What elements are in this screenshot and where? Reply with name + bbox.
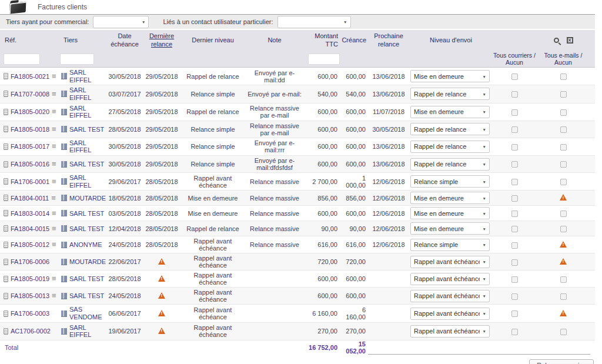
document-icon[interactable] (4, 178, 8, 185)
tiers-link[interactable]: SARL TEST (69, 225, 104, 233)
invoice-ref-link[interactable]: FA1706-0006 (11, 258, 49, 265)
niveau-envoi-select[interactable]: Mise en demeure (410, 222, 490, 235)
tiers-link[interactable]: SARL EIFFEL (69, 324, 105, 339)
invoice-ref-link[interactable]: FA1803-0014 (11, 210, 49, 217)
document-icon[interactable] (4, 225, 8, 232)
tiers-filter-input[interactable] (60, 54, 94, 65)
invoice-ref-link[interactable]: FA1706-0003 (11, 310, 49, 317)
tiers-link[interactable]: SARL TEST (69, 210, 104, 218)
invoice-ref-link[interactable]: FA1805-0019 (11, 275, 49, 282)
col-header-montant[interactable]: Montant TTC (303, 31, 340, 49)
row-menu-icon[interactable]: ≡ (52, 143, 56, 149)
courrier-checkbox[interactable] (511, 161, 518, 168)
row-menu-icon[interactable]: ≡ (52, 293, 56, 299)
toggle-all-courriers[interactable]: Tous courriers / Aucun (493, 52, 536, 66)
email-checkbox[interactable] (560, 226, 567, 232)
courrier-checkbox[interactable] (511, 259, 518, 266)
tiers-link[interactable]: ANONYME (69, 241, 102, 249)
document-icon[interactable] (4, 126, 8, 132)
courrier-checkbox[interactable] (511, 195, 518, 202)
email-checkbox[interactable] (560, 109, 567, 116)
document-icon[interactable] (4, 195, 8, 201)
niveau-envoi-select[interactable]: Mise en demeure (410, 192, 490, 204)
email-checkbox[interactable] (560, 74, 567, 80)
niveau-envoi-select[interactable]: Mise en demeure (410, 207, 490, 219)
email-checkbox[interactable] (560, 144, 567, 151)
courrier-checkbox[interactable] (511, 91, 518, 98)
email-checkbox[interactable] (560, 211, 567, 217)
courrier-checkbox[interactable] (511, 144, 518, 151)
invoice-ref-link[interactable]: AC1706-0002 (11, 328, 51, 335)
tiers-link[interactable]: MOUTARDE (69, 195, 106, 202)
commercial-filter-select[interactable] (93, 16, 149, 28)
email-checkbox[interactable] (560, 329, 567, 335)
niveau-envoi-select[interactable]: Rappel avant échéance (410, 256, 490, 268)
clear-search-icon[interactable] (567, 37, 573, 44)
email-checkbox[interactable] (560, 293, 567, 300)
courrier-checkbox[interactable] (511, 226, 518, 232)
col-header-dernier-niveau[interactable]: Dernier niveau (180, 35, 246, 45)
col-header-note[interactable]: Note (246, 35, 303, 45)
tiers-link[interactable]: SARL TEST (69, 161, 104, 168)
invoice-ref-link[interactable]: FA1805-0018 (11, 126, 49, 133)
email-checkbox[interactable] (560, 161, 567, 168)
email-checkbox[interactable] (560, 91, 567, 98)
niveau-envoi-select[interactable]: Rappel de relance (410, 158, 490, 171)
row-menu-icon[interactable]: ≡ (52, 91, 56, 97)
niveau-envoi-select[interactable]: Rappel avant échéance (410, 308, 490, 320)
document-icon[interactable] (4, 109, 8, 115)
document-icon[interactable] (4, 210, 8, 216)
col-header-ref[interactable]: Réf. (0, 35, 59, 45)
courrier-checkbox[interactable] (511, 126, 518, 133)
contact-filter-select[interactable] (277, 16, 351, 28)
courrier-checkbox[interactable] (511, 276, 518, 283)
niveau-envoi-select[interactable]: Rappel de relance (410, 88, 490, 100)
tiers-link[interactable]: SARL TEST (69, 292, 104, 300)
col-header-tiers[interactable]: Tiers (59, 35, 106, 45)
row-menu-icon[interactable]: ≡ (52, 126, 56, 132)
montant-filter-input[interactable] (308, 54, 340, 65)
row-menu-icon[interactable]: ≡ (52, 74, 56, 79)
courrier-checkbox[interactable] (511, 211, 518, 217)
niveau-envoi-select[interactable]: Relance simple (410, 175, 490, 188)
courrier-checkbox[interactable] (511, 329, 518, 335)
tiers-link[interactable]: SAS VENDOME (69, 306, 105, 320)
tiers-link[interactable]: SARL EIFFEL (69, 139, 105, 154)
tiers-link[interactable]: SARL TEST (69, 275, 104, 283)
invoice-ref-link[interactable]: FA1706-0001 (11, 178, 49, 185)
niveau-envoi-select[interactable]: Relance simple (410, 239, 490, 251)
courrier-checkbox[interactable] (511, 179, 518, 185)
niveau-envoi-select[interactable]: Rappel de relance (410, 123, 490, 135)
document-icon[interactable] (4, 73, 8, 79)
courrier-checkbox[interactable] (511, 293, 518, 300)
document-icon[interactable] (4, 242, 8, 248)
invoice-ref-link[interactable]: FA1804-0011 (11, 195, 49, 202)
search-icon[interactable] (554, 38, 559, 43)
tiers-link[interactable]: SARL EIFFEL (69, 105, 105, 119)
ref-filter-input[interactable] (4, 54, 40, 65)
invoice-ref-link[interactable]: FA1805-0016 (11, 161, 49, 168)
courrier-checkbox[interactable] (511, 242, 518, 249)
col-header-prochaine-relance[interactable]: Prochaine relance (368, 31, 409, 49)
document-icon[interactable] (4, 91, 8, 97)
invoice-ref-link[interactable]: FA1805-0021 (11, 73, 49, 80)
tiers-link[interactable]: SARL EIFFEL (69, 174, 105, 189)
col-header-derniere-relance[interactable]: Dernière relance (143, 31, 180, 49)
document-icon[interactable] (4, 310, 8, 317)
invoice-ref-link[interactable]: FA1707-0008 (11, 91, 49, 98)
invoice-ref-link[interactable]: FA1805-0017 (11, 143, 49, 150)
row-menu-icon[interactable]: ≡ (52, 109, 56, 115)
document-icon[interactable] (4, 143, 8, 150)
niveau-envoi-select[interactable]: Rappel avant échéance (410, 273, 490, 285)
tiers-link[interactable]: SARL TEST (69, 126, 104, 133)
courrier-checkbox[interactable] (511, 310, 518, 317)
relance-massive-button[interactable]: Relance massive (529, 359, 594, 364)
document-icon[interactable] (4, 161, 8, 168)
row-menu-icon[interactable]: ≡ (52, 276, 56, 282)
niveau-envoi-select[interactable]: Rappel avant échéance (410, 325, 490, 338)
row-menu-icon[interactable]: ≡ (52, 179, 56, 185)
email-checkbox[interactable] (560, 276, 567, 283)
invoice-ref-link[interactable]: FA1805-0012 (11, 241, 49, 248)
row-menu-icon[interactable]: ≡ (52, 242, 56, 248)
col-header-creance[interactable]: Créance (340, 35, 368, 45)
